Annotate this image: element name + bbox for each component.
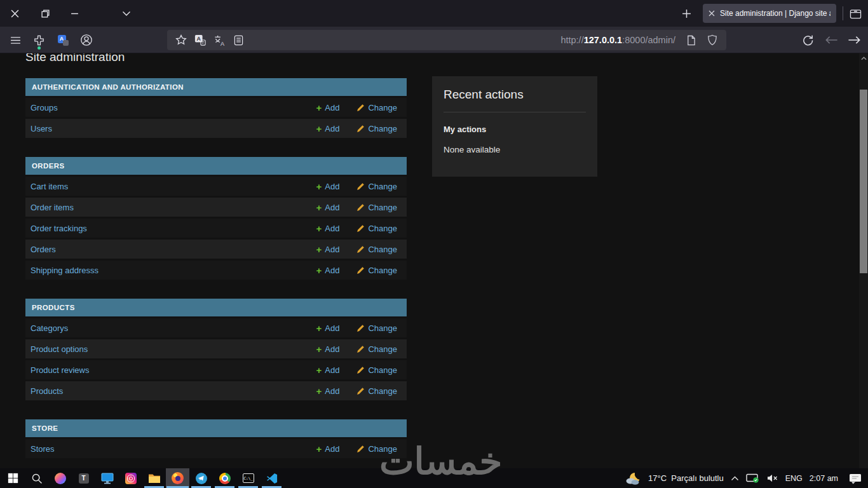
change-link[interactable]: Change [356, 245, 397, 254]
model-link[interactable]: Order items [31, 203, 316, 212]
change-link[interactable]: Change [356, 182, 397, 191]
pencil-icon [356, 266, 365, 274]
new-tab-button[interactable] [679, 6, 694, 21]
tab-separator [843, 6, 843, 20]
tray-display-icon[interactable] [746, 473, 759, 484]
section-header[interactable]: ORDERS [25, 157, 407, 175]
change-link[interactable]: Change [356, 203, 397, 212]
model-link[interactable]: Shipping addresss [31, 266, 316, 275]
forward-button[interactable] [846, 32, 862, 48]
model-link[interactable]: Product reviews [31, 365, 316, 375]
weather-text[interactable]: 17°C Parçalı bulutlu [648, 473, 724, 483]
model-row: Groups+AddChange [25, 98, 407, 117]
translate-extension-icon[interactable]: A [56, 33, 70, 47]
taskbar-t-app[interactable]: T [72, 468, 95, 488]
vertical-scrollbar[interactable] [859, 53, 868, 468]
translate-page-icon[interactable]: A [194, 34, 207, 46]
taskbar-firefox[interactable] [166, 468, 189, 488]
model-sections: AUTHENTICATION AND AUTHORIZATIONGroups+A… [25, 78, 407, 468]
url-text[interactable]: http://127.0.0.1:8000/admin/ [560, 35, 675, 45]
taskbar-search[interactable] [25, 468, 48, 488]
add-link[interactable]: +Add [316, 124, 340, 133]
model-link[interactable]: Users [31, 124, 316, 133]
change-link[interactable]: Change [356, 365, 397, 375]
pencil-icon [356, 245, 365, 254]
monitor-icon [101, 473, 114, 484]
language-switch-icon[interactable]: A [213, 34, 226, 46]
pencil-icon [356, 387, 365, 395]
model-link[interactable]: Categorys [31, 323, 316, 333]
taskbar-windows-start[interactable] [1, 468, 25, 488]
weather-icon[interactable] [625, 471, 641, 485]
menu-hamburger-icon[interactable] [8, 33, 22, 47]
change-link[interactable]: Change [356, 266, 397, 275]
taskbar-monitor[interactable] [95, 468, 119, 488]
language-indicator[interactable]: ENG [785, 474, 803, 483]
notification-center-icon[interactable] [849, 473, 862, 484]
section-header[interactable]: PRODUCTS [25, 299, 407, 316]
plus-icon: + [316, 323, 322, 333]
taskbar-file-explorer[interactable] [142, 468, 166, 488]
add-link[interactable]: +Add [316, 266, 340, 275]
volume-muted-icon[interactable] [766, 473, 778, 483]
add-link[interactable]: +Add [316, 182, 340, 191]
section-header[interactable]: AUTHENTICATION AND AUTHORIZATION [25, 78, 407, 96]
model-link[interactable]: Product options [31, 344, 316, 354]
reload-button[interactable] [800, 32, 815, 48]
model-row: Stores+AddChange [25, 439, 407, 458]
model-link[interactable]: Groups [31, 103, 316, 112]
scrollbar-thumb[interactable] [860, 90, 867, 273]
add-label: Add [325, 245, 339, 254]
clock[interactable]: 2:07 am [810, 474, 838, 483]
change-label: Change [368, 344, 397, 354]
change-link[interactable]: Change [356, 386, 397, 396]
add-link[interactable]: +Add [316, 323, 340, 333]
recent-actions-panel: Recent actions My actions None available [432, 76, 597, 177]
change-link[interactable]: Change [356, 224, 397, 233]
browser-tab[interactable]: Site administration | Django site ad [703, 4, 836, 23]
titlebar-chevron-icon[interactable] [120, 7, 133, 20]
change-link[interactable]: Change [356, 124, 397, 133]
model-link[interactable]: Products [31, 386, 316, 396]
add-link[interactable]: +Add [316, 245, 340, 254]
taskbar-chrome[interactable] [213, 468, 236, 488]
taskbar-vscode[interactable] [260, 468, 283, 488]
window-minimize-button[interactable] [68, 7, 81, 20]
page-actions-icon[interactable] [684, 34, 697, 46]
model-link[interactable]: Stores [31, 444, 316, 454]
add-link[interactable]: +Add [316, 224, 340, 233]
model-section: STOREStores+AddChange [25, 419, 407, 458]
section-header[interactable]: STORE [25, 419, 407, 437]
add-link[interactable]: +Add [316, 386, 340, 396]
reader-mode-icon[interactable] [232, 34, 245, 46]
model-row: Shipping addresss+AddChange [25, 261, 407, 280]
extensions-puzzle-icon[interactable] [32, 33, 46, 47]
change-link[interactable]: Change [356, 103, 397, 112]
scrollbar-up-icon[interactable] [860, 55, 867, 62]
url-bar[interactable]: A A http://127.0.0.1:8000/admin/ [167, 30, 726, 50]
taskbar-copilot[interactable] [48, 468, 72, 488]
add-link[interactable]: +Add [316, 365, 340, 375]
change-link[interactable]: Change [356, 323, 397, 333]
model-link[interactable]: Order trackings [31, 224, 316, 233]
window-close-button[interactable] [8, 7, 21, 20]
account-profile-icon[interactable] [79, 33, 93, 47]
tray-chevron-up-icon[interactable] [731, 476, 739, 481]
add-link[interactable]: +Add [316, 344, 340, 354]
change-link[interactable]: Change [356, 344, 397, 354]
shield-permissions-icon[interactable] [706, 34, 719, 46]
weather-condition: Parçalı bulutlu [671, 473, 723, 483]
taskbar-telegram[interactable] [189, 468, 213, 488]
tab-close-icon[interactable] [709, 10, 715, 17]
back-button[interactable] [824, 32, 839, 48]
model-link[interactable]: Cart items [31, 182, 316, 191]
add-link[interactable]: +Add [316, 203, 340, 212]
add-link[interactable]: +Add [316, 103, 340, 112]
taskbar-command-prompt[interactable]: C:\_ [236, 468, 260, 488]
taskbar-instagram[interactable] [119, 468, 142, 488]
bookmark-star-icon[interactable] [175, 34, 187, 46]
add-link[interactable]: +Add [316, 444, 340, 454]
window-restore-button[interactable] [39, 7, 51, 20]
list-all-tabs-icon[interactable] [850, 8, 862, 19]
model-link[interactable]: Orders [31, 245, 316, 254]
